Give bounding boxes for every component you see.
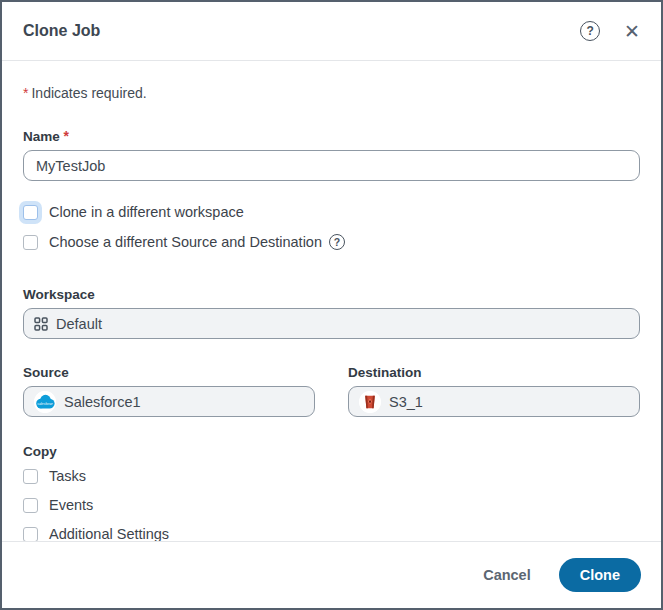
name-label: Name *	[23, 128, 640, 144]
cancel-button[interactable]: Cancel	[483, 567, 531, 583]
choose-source-dest-help-button[interactable]: ?	[329, 234, 345, 250]
destination-label: Destination	[348, 365, 640, 380]
required-note: *Indicates required.	[23, 85, 640, 101]
copy-events-checkbox[interactable]	[23, 498, 38, 513]
clone-workspace-label: Clone in a different workspace	[49, 204, 244, 220]
source-destination-row: Source salesforce	[23, 365, 640, 417]
copy-tasks-checkbox[interactable]	[23, 469, 38, 484]
copy-additional-settings-checkbox-row[interactable]: Additional Settings	[23, 526, 640, 541]
dialog-header: Clone Job ? ✕	[2, 2, 661, 61]
copy-additional-settings-label: Additional Settings	[49, 526, 169, 541]
copy-events-label: Events	[49, 497, 93, 513]
destination-field: S3_1	[348, 386, 640, 417]
source-label: Source	[23, 365, 315, 380]
help-icon: ?	[580, 21, 600, 41]
copy-tasks-checkbox-row[interactable]: Tasks	[23, 468, 640, 484]
dialog-title: Clone Job	[23, 22, 580, 40]
source-column: Source salesforce	[23, 365, 315, 417]
close-button[interactable]: ✕	[600, 22, 640, 41]
dialog-footer: Cancel Clone	[2, 541, 661, 608]
clone-workspace-checkbox[interactable]	[23, 205, 38, 220]
salesforce-icon: salesforce	[34, 391, 56, 413]
s3-icon	[359, 391, 381, 413]
workspace-label: Workspace	[23, 287, 640, 302]
choose-source-dest-checkbox-row[interactable]: Choose a different Source and Destinatio…	[23, 234, 640, 250]
copy-events-checkbox-row[interactable]: Events	[23, 497, 640, 513]
clone-button[interactable]: Clone	[559, 558, 641, 592]
source-field: salesforce Salesforce1	[23, 386, 315, 417]
required-note-text: Indicates required.	[31, 85, 146, 101]
dialog-body: *Indicates required. Name * Clone in a d…	[2, 61, 661, 541]
help-button[interactable]: ?	[580, 21, 600, 41]
copy-additional-settings-checkbox[interactable]	[23, 527, 38, 542]
svg-text:salesforce: salesforce	[37, 401, 53, 405]
destination-column: Destination S3_1	[348, 365, 640, 417]
required-asterisk: *	[23, 85, 28, 101]
clone-job-dialog: Clone Job ? ✕ *Indicates required. Name …	[0, 0, 663, 610]
destination-value: S3_1	[389, 394, 423, 410]
source-value: Salesforce1	[64, 394, 141, 410]
copy-section-label: Copy	[23, 444, 640, 459]
name-input[interactable]	[23, 150, 640, 181]
choose-source-dest-checkbox[interactable]	[23, 235, 38, 250]
choose-source-dest-label: Choose a different Source and Destinatio…	[49, 234, 322, 250]
copy-tasks-label: Tasks	[49, 468, 86, 484]
clone-workspace-checkbox-row[interactable]: Clone in a different workspace	[23, 204, 640, 220]
close-icon: ✕	[624, 22, 640, 41]
name-required-asterisk: *	[64, 128, 69, 144]
workspace-value: Default	[56, 316, 102, 332]
workspace-field: Default	[23, 308, 640, 339]
grid-icon	[34, 317, 48, 331]
help-icon: ?	[334, 237, 340, 248]
